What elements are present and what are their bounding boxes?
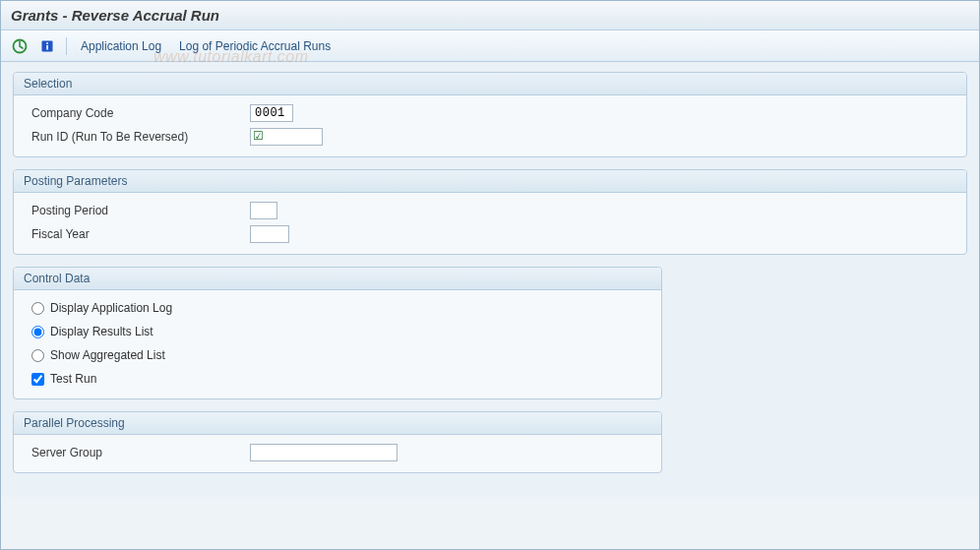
window-title-bar: Grants - Reverse Accrual Run	[1, 1, 979, 31]
application-toolbar: Application Log Log of Periodic Accrual …	[1, 31, 979, 62]
group-control-data: Control Data Display Application Log Dis…	[13, 267, 662, 399]
group-parallel-processing: Parallel Processing Server Group	[13, 411, 662, 473]
fiscal-year-input[interactable]	[250, 225, 289, 243]
content-area: Selection Company Code Run ID (Run To Be…	[1, 62, 979, 497]
checkbox-test-run-label: Test Run	[50, 372, 96, 386]
posting-period-input[interactable]	[250, 202, 277, 219]
toolbar-separator	[66, 37, 67, 55]
window-title: Grants - Reverse Accrual Run	[11, 7, 219, 24]
fiscal-year-label: Fiscal Year	[24, 227, 250, 241]
periodic-log-button[interactable]: Log of Periodic Accrual Runs	[173, 36, 337, 56]
svg-rect-2	[46, 42, 48, 44]
group-posting-header: Posting Parameters	[14, 170, 966, 193]
group-posting-parameters: Posting Parameters Posting Period Fiscal…	[13, 169, 967, 255]
company-code-label: Company Code	[24, 106, 250, 120]
radio-display-app-log[interactable]	[31, 302, 44, 315]
group-selection-header: Selection	[14, 73, 966, 95]
execute-icon[interactable]	[9, 35, 31, 57]
posting-period-label: Posting Period	[24, 204, 250, 217]
radio-display-results[interactable]	[31, 326, 44, 338]
checkbox-test-run[interactable]	[31, 373, 44, 386]
group-selection: Selection Company Code Run ID (Run To Be…	[13, 72, 967, 157]
company-code-input[interactable]	[250, 104, 293, 122]
radio-display-app-log-label: Display Application Log	[50, 301, 172, 315]
server-group-label: Server Group	[24, 446, 250, 459]
radio-display-results-label: Display Results List	[50, 325, 153, 338]
run-id-label: Run ID (Run To Be Reversed)	[24, 130, 250, 144]
group-control-header: Control Data	[14, 268, 661, 290]
application-log-button[interactable]: Application Log	[75, 36, 167, 56]
radio-show-aggregated[interactable]	[31, 349, 44, 362]
radio-show-aggregated-label: Show Aggregated List	[50, 348, 165, 362]
info-icon[interactable]	[36, 35, 58, 57]
group-parallel-header: Parallel Processing	[14, 412, 661, 435]
run-id-input[interactable]	[250, 128, 323, 146]
server-group-input[interactable]	[250, 444, 398, 461]
svg-rect-3	[46, 45, 48, 50]
